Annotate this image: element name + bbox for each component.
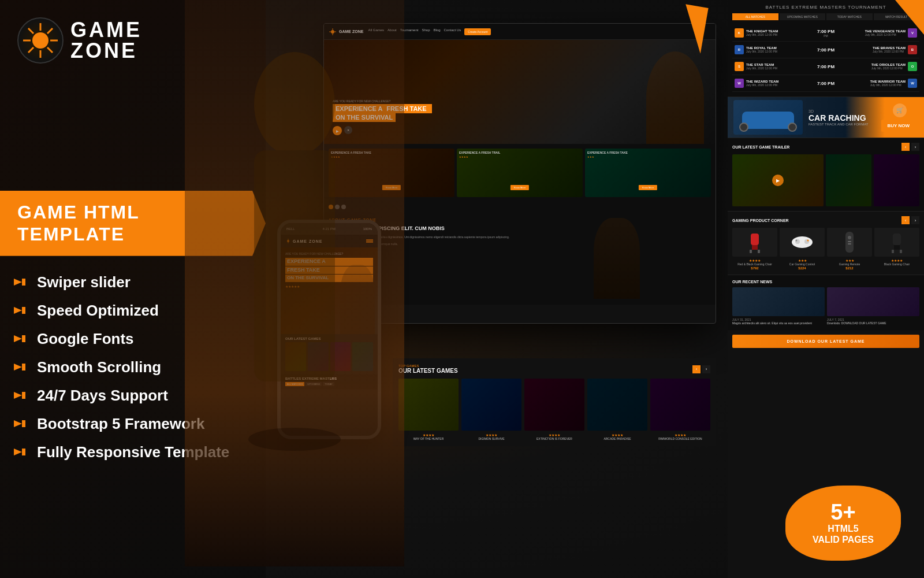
products-next[interactable]: › — [911, 216, 919, 224]
play-button[interactable]: ▶ — [772, 175, 784, 186]
product-chair-black: ★★★★ Black Gaming Chair — [874, 228, 919, 270]
svg-rect-10 — [22, 279, 25, 286]
match-time-3: 7:00 PM — [811, 64, 840, 69]
logo-text: GAME ZONE — [70, 20, 142, 61]
game-stars-2: ★★★★ — [461, 433, 521, 437]
svg-rect-16 — [22, 364, 25, 370]
deco-triangle-corner — [895, 0, 924, 35]
svg-marker-15 — [14, 364, 22, 370]
svg-rect-37 — [758, 250, 760, 253]
product-stars-1: ★★★★ — [732, 258, 777, 262]
download-button[interactable]: DOWNLOAD OUR LATEST GAME — [732, 335, 919, 348]
products-header: GAMING PRODUCT CORNER ‹ › — [732, 216, 919, 224]
game-name-3: EXTINCTION IS FOREVER — [524, 437, 584, 440]
team-date-2: July 9th, 2020 12:00 PM — [746, 50, 777, 53]
car-buy-button[interactable]: BUY NOW — [881, 120, 915, 132]
cart-icon[interactable]: 🛒 — [893, 103, 907, 117]
badge-5-pages: 5+ HTML5 VALID PAGES — [785, 486, 901, 561]
news-text-2: Downlods: DOWNLOAD OUR LATEST GAME — [827, 321, 919, 325]
time-val-2: 7:00 PM — [811, 47, 840, 53]
news-section: OUR RECENT NEWS JULY 31, 2021 Magris arc… — [728, 275, 924, 330]
download-section: DOWNLOAD OUR LATEST GAME — [728, 330, 924, 353]
product-name-4: Black Gaming Chair — [874, 262, 919, 266]
svg-rect-34 — [751, 234, 759, 245]
nav-blog[interactable]: Blog — [433, 28, 440, 35]
trailer-grid: ▶ — [732, 154, 919, 206]
desktop-char-img — [594, 218, 640, 299]
games-grid: ★★★★ WAY OF THE HUNTER ★★★★ DIGIMON SURV… — [398, 379, 710, 440]
team-right-3: THE ORIOLES TEAM July 9th, 2020 12:00 PM… — [840, 62, 917, 71]
game-card-2: ★★★★ DIGIMON SURVIVE — [461, 379, 521, 440]
product-img-1 — [732, 228, 777, 257]
svg-rect-46 — [848, 243, 851, 244]
game-name-2: DIGIMON SURVIVE — [461, 437, 521, 440]
card3-stars: ★★★ — [585, 155, 711, 158]
svg-line-7 — [47, 28, 53, 34]
product-img-3 — [827, 228, 872, 257]
feature-scroll-text: Smooth Scrolling — [37, 358, 161, 376]
badge-line1: HTML5 — [828, 523, 858, 534]
trailer-main-video[interactable]: ▶ — [732, 154, 824, 206]
svg-rect-22 — [22, 449, 25, 455]
tab-all-matches[interactable]: ALL MATCHES — [732, 13, 778, 20]
svg-line-8 — [28, 47, 33, 53]
games-prev-arrow[interactable]: ‹ — [692, 365, 701, 373]
car-banner: 3D CAR RACHING FASTEST TRACK AND CAR FOR… — [728, 97, 924, 138]
arrow-icon-support — [12, 387, 28, 403]
team-right-2: THE BRAVES TEAM July 9th, 2020 12:00 PM … — [840, 45, 917, 54]
team-logo-royal: R — [735, 45, 744, 54]
top-games-section: TOP GAMES OUR LATEST GAMES ‹ › ★★★★ WAY … — [393, 358, 716, 446]
trailer-next[interactable]: › — [911, 143, 919, 151]
team-date-r2: July 9th, 2020 12:00 PM — [873, 50, 906, 53]
remote-icon — [844, 231, 855, 254]
svg-point-44 — [848, 236, 851, 239]
product-stars-2: ★★★ — [780, 258, 825, 262]
team-left-3: S THE STAR TEAM July 9th, 2020 12:00 PM — [735, 62, 811, 71]
team-logo-knight: K — [735, 28, 744, 38]
team-right-4: THE WARRIOR TEAM July 9th, 2020 12:00 PM… — [840, 79, 917, 88]
trailer-thumb-2[interactable] — [874, 154, 919, 206]
product-stars-4: ★★★★ — [874, 258, 919, 262]
game-stars-4: ★★★★ — [587, 433, 647, 437]
products-prev[interactable]: ‹ — [901, 216, 910, 224]
car-wheel-left — [739, 123, 748, 132]
svg-rect-48 — [894, 245, 900, 250]
card2-btn[interactable]: Know More — [511, 185, 529, 190]
games-next-arrow[interactable]: › — [702, 365, 710, 373]
match-time-2: 7:00 PM — [811, 47, 840, 53]
product-name-1: Red & Black Gaming Chair — [732, 262, 777, 266]
team-left-1: K THE KNIGHT TEAM July 9th, 2020 12:00 P… — [735, 28, 811, 38]
svg-point-41 — [796, 240, 798, 242]
game-card-5: ★★★★ RIMWORLD CONSOLE EDITION — [650, 379, 710, 440]
svg-rect-45 — [848, 241, 851, 242]
product-img-2 — [780, 228, 825, 257]
tab-upcoming[interactable]: UPCOMING MATCHES — [780, 13, 826, 20]
nav-shop[interactable]: Shop — [422, 28, 430, 35]
time-val-3: 7:00 PM — [811, 64, 840, 69]
product-price-3: $212 — [827, 266, 872, 270]
products-title: GAMING PRODUCT CORNER — [732, 218, 789, 223]
svg-marker-19 — [14, 420, 22, 427]
news-title: OUR RECENT NEWS — [732, 280, 772, 284]
top-games-title: OUR LATEST GAMES — [398, 368, 458, 374]
svg-line-6 — [47, 47, 53, 53]
feature-swiper-text: Swiper slider — [37, 273, 131, 291]
trailer-prev[interactable]: ‹ — [901, 143, 910, 151]
team-left-4: W THE WIZARD TEAM July 9th, 2020 12:00 P… — [735, 79, 811, 88]
logo-zone: ZONE — [70, 40, 142, 61]
card3-btn[interactable]: Know More — [639, 185, 657, 190]
trailer-thumb-1[interactable] — [826, 154, 871, 206]
arrow-icon-responsive — [12, 444, 28, 460]
svg-rect-47 — [893, 234, 901, 245]
logo-circle — [17, 17, 64, 64]
product-chair-red: ★★★★ Red & Black Gaming Chair $792 — [732, 228, 777, 270]
products-section: GAMING PRODUCT CORNER ‹ › ★★★★ Red & Bla… — [728, 212, 924, 275]
news-img-2 — [827, 287, 919, 316]
tab-today[interactable]: TODAY MATCHES — [826, 13, 873, 20]
team-left-2: R THE ROYAL TEAM July 9th, 2020 12:00 PM — [735, 45, 811, 54]
badge-number: 5+ — [830, 501, 855, 523]
svg-rect-49 — [892, 250, 894, 253]
nav-create-account[interactable]: Create Account — [464, 28, 491, 35]
nav-contact[interactable]: Contact Us — [444, 28, 461, 35]
team-logo-braves: B — [908, 45, 917, 54]
